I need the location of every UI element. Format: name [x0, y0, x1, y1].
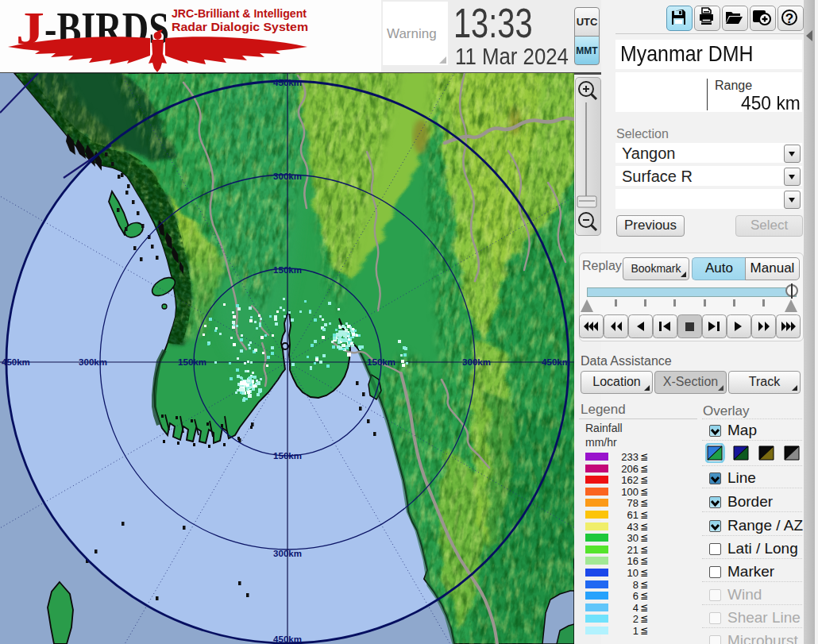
svg-text:300km: 300km	[79, 357, 107, 367]
svg-text:Radar Dialogic System: Radar Dialogic System	[172, 20, 308, 33]
svg-text:450km: 450km	[542, 357, 570, 367]
svg-text:300km: 300km	[273, 549, 302, 558]
svg-text:150km: 150km	[367, 357, 395, 367]
svg-text:450km: 450km	[2, 357, 30, 367]
svg-text:150km: 150km	[273, 265, 302, 275]
svg-text:450km: 450km	[273, 634, 302, 644]
svg-text:JRC-Brilliant & Intelligent: JRC-Brilliant & Intelligent	[172, 6, 307, 20]
svg-text:300km: 300km	[462, 357, 491, 367]
svg-text:300km: 300km	[273, 172, 302, 181]
svg-text:150km: 150km	[273, 451, 302, 461]
svg-text:450km: 450km	[273, 78, 302, 87]
svg-text:150km: 150km	[178, 357, 206, 367]
svg-text:?: ?	[785, 11, 793, 26]
